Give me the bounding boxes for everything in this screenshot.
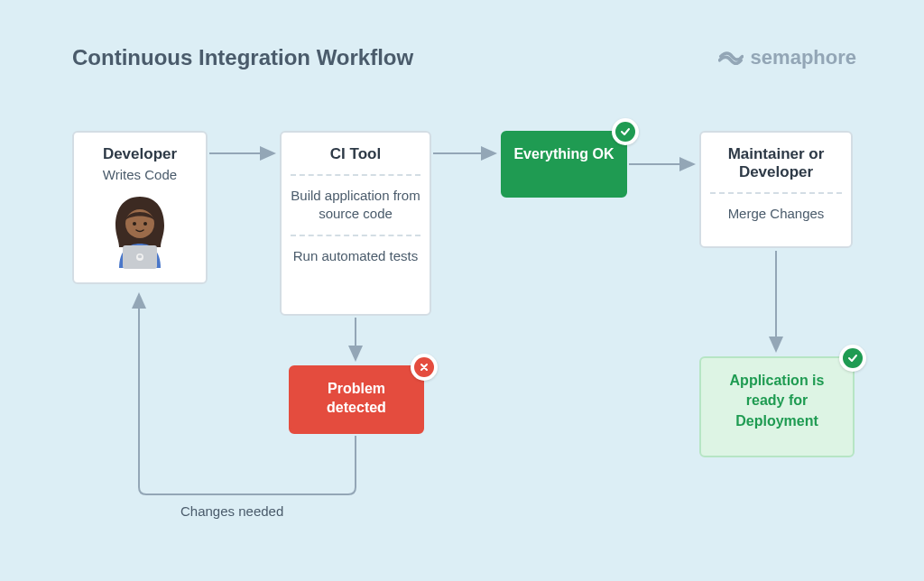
ready-box: Application is ready for Deployment xyxy=(699,356,855,457)
maintainer-box: Maintainer or Developer Merge Changes xyxy=(699,131,853,248)
maintainer-action: Merge Changes xyxy=(710,205,842,223)
maintainer-title: Maintainer or Developer xyxy=(710,145,842,181)
semaphore-icon xyxy=(718,45,744,70)
separator xyxy=(291,174,420,176)
svg-point-1 xyxy=(133,222,136,226)
ready-text: Application is ready for Deployment xyxy=(710,371,844,431)
ok-text: Everything OK xyxy=(512,145,616,164)
problem-box: Problem detected xyxy=(289,365,424,434)
everything-ok-box: Everything OK xyxy=(501,131,627,198)
separator xyxy=(291,235,420,236)
developer-box: Developer Writes Code xyxy=(72,131,208,284)
developer-avatar-icon xyxy=(99,191,180,272)
changes-needed-label: Changes needed xyxy=(180,503,283,519)
svg-point-2 xyxy=(143,222,147,226)
brand-name: semaphore xyxy=(751,46,856,69)
ci-tool-title: CI Tool xyxy=(291,145,420,163)
diagram-title: Continuous Integration Workflow xyxy=(72,45,413,70)
flow-arrows xyxy=(0,0,924,581)
developer-subtitle: Writes Code xyxy=(83,167,197,182)
check-badge-icon xyxy=(612,118,639,145)
ci-tool-box: CI Tool Build application from source co… xyxy=(280,131,431,316)
problem-text: Problem detected xyxy=(300,380,413,418)
brand-logo: semaphore xyxy=(718,45,856,70)
check-badge-icon xyxy=(839,345,866,372)
ci-step-test: Run automated tests xyxy=(291,247,420,265)
developer-title: Developer xyxy=(83,145,197,163)
separator xyxy=(710,192,842,194)
error-badge-icon xyxy=(411,354,438,381)
ci-step-build: Build application from source code xyxy=(291,187,420,224)
